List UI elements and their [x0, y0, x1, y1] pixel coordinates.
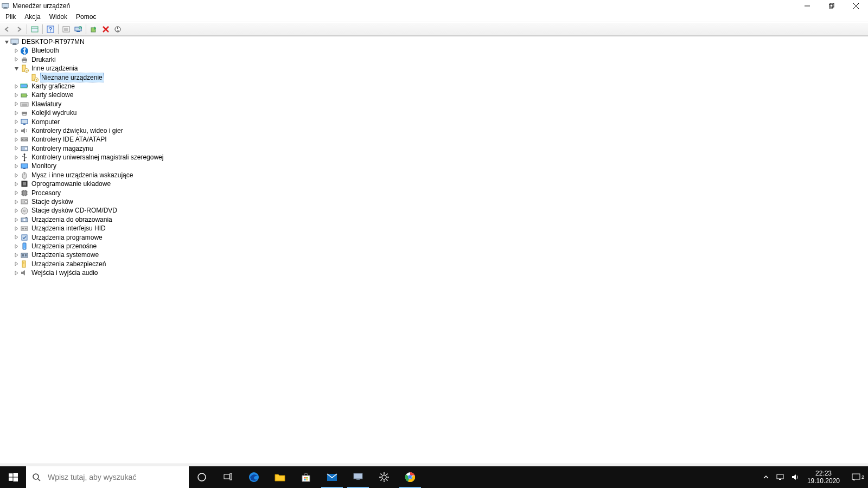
expand-icon[interactable] [13, 101, 20, 107]
expand-icon[interactable] [13, 145, 20, 152]
expand-icon[interactable] [13, 243, 20, 249]
taskbar-app-settings[interactable] [371, 466, 397, 488]
tree-category-firmware[interactable]: Oprogramowanie układowe [0, 179, 868, 188]
menu-help[interactable]: Pomoc [72, 12, 100, 21]
expand-icon[interactable] [13, 83, 20, 89]
taskbar-app-mail[interactable] [319, 466, 345, 488]
tree-category-security[interactable]: Urządzenia zabezpieczeń [0, 260, 868, 268]
expand-icon[interactable] [13, 252, 20, 259]
tree-item-label: Stacje dysków [30, 197, 74, 206]
start-button[interactable] [0, 466, 26, 488]
tree-category-usb[interactable]: Kontrolery uniwersalnej magistrali szere… [0, 153, 868, 162]
tree-category-other[interactable]: ?Inne urządzenia [0, 64, 868, 73]
back-button[interactable] [1, 23, 13, 35]
expand-icon[interactable] [13, 216, 20, 223]
expand-icon[interactable] [13, 208, 20, 214]
disable-device-button[interactable] [112, 23, 124, 35]
properties-button[interactable] [60, 23, 72, 35]
expand-icon[interactable] [13, 154, 20, 160]
expand-icon[interactable] [13, 92, 20, 99]
taskbar-search[interactable] [26, 466, 189, 488]
tree-category-bluetooth[interactable]: Bluetooth [0, 46, 868, 55]
taskbar-app-explorer[interactable] [267, 466, 293, 488]
expand-icon[interactable] [13, 127, 20, 134]
menu-action[interactable]: Akcja [20, 12, 44, 21]
update-driver-button[interactable] [88, 23, 100, 35]
expand-icon[interactable] [13, 181, 20, 187]
tray-network-button[interactable] [773, 466, 788, 488]
show-hide-tree-button[interactable] [29, 23, 41, 35]
expand-icon[interactable] [13, 163, 20, 170]
expand-icon[interactable] [13, 234, 20, 241]
svg-rect-94 [224, 474, 229, 479]
tree-category-printer[interactable]: Drukarki [0, 55, 868, 64]
svg-rect-83 [22, 254, 24, 256]
taskbar-app-store[interactable] [293, 466, 319, 488]
taskbar-app-device-manager[interactable] [345, 466, 371, 488]
tree-category-mouse[interactable]: Mysz i inne urządzenia wskazujące [0, 171, 868, 179]
tree-category-display-adapter[interactable]: Karty graficzne [0, 82, 868, 91]
svg-rect-4 [829, 4, 833, 8]
taskbar-app-edge[interactable] [241, 466, 267, 488]
tree-category-computer[interactable]: Komputer [0, 118, 868, 126]
tree-category-software[interactable]: Urządzenia programowe [0, 233, 868, 242]
tree-category-optical[interactable]: Stacje dysków CD-ROM/DVD [0, 206, 868, 215]
tree-category-keyboard[interactable]: Klawiatury [0, 100, 868, 108]
properties-icon [62, 25, 70, 33]
tree-item-label: Karty sieciowe [30, 91, 74, 99]
expand-icon[interactable] [13, 225, 20, 232]
expand-icon[interactable] [13, 198, 20, 205]
task-view-icon [223, 472, 233, 482]
cortana-button[interactable] [189, 466, 215, 488]
tree-category-hid[interactable]: Urządzenia interfejsu HID [0, 224, 868, 233]
close-button[interactable] [844, 0, 868, 12]
device-tree[interactable]: DESKTOP-RT977MNBluetoothDrukarki?Inne ur… [0, 36, 868, 464]
tray-overflow-button[interactable] [760, 466, 773, 488]
tree-category-imaging[interactable]: Urządzenia do obrazowania [0, 215, 868, 224]
separator [27, 24, 27, 34]
svg-point-86 [23, 262, 24, 264]
svg-point-81 [24, 248, 25, 249]
expand-icon[interactable] [13, 269, 20, 276]
toolbar: ? [0, 22, 868, 36]
scan-hardware-button[interactable] [72, 23, 84, 35]
help-toolbar-button[interactable]: ? [44, 23, 56, 35]
tree-category-print-queue[interactable]: Kolejki wydruku [0, 108, 868, 117]
tree-category-storage[interactable]: Kontrolery magazynu [0, 144, 868, 153]
expand-icon[interactable] [13, 190, 20, 196]
tree-category-system[interactable]: Urządzenia systemowe [0, 251, 868, 259]
maximize-button[interactable] [819, 0, 844, 12]
collapse-icon[interactable] [3, 38, 10, 45]
tray-notifications-button[interactable]: 2 [844, 472, 868, 482]
task-view-button[interactable] [215, 466, 241, 488]
expand-icon[interactable] [13, 56, 20, 63]
tree-category-processor[interactable]: Procesory [0, 189, 868, 197]
minimize-button[interactable] [795, 0, 819, 12]
expand-icon[interactable] [13, 261, 20, 267]
expand-icon[interactable] [13, 110, 20, 116]
tree-category-portable[interactable]: Urządzenia przenośne [0, 242, 868, 251]
taskbar-app-chrome[interactable] [397, 466, 423, 488]
collapse-icon[interactable] [13, 65, 20, 72]
tree-item-label: Komputer [30, 118, 61, 126]
tray-volume-button[interactable] [788, 466, 803, 488]
tree-category-audio-io[interactable]: Wejścia i wyjścia audio [0, 268, 868, 277]
menu-file[interactable]: Plik [1, 12, 20, 21]
processor-icon [20, 189, 29, 197]
tree-device-unknown[interactable]: ?Nieznane urządzenie [0, 73, 868, 82]
tree-root[interactable]: DESKTOP-RT977MN [0, 37, 868, 46]
expand-icon[interactable] [13, 172, 20, 178]
tray-clock[interactable]: 22:23 19.10.2020 [803, 470, 844, 485]
tree-category-monitor[interactable]: Monitory [0, 162, 868, 170]
expand-icon[interactable] [13, 119, 20, 125]
menu-view[interactable]: Widok [45, 12, 72, 21]
tree-category-network[interactable]: Karty sieciowe [0, 91, 868, 99]
expand-icon[interactable] [13, 48, 20, 54]
expand-icon[interactable] [13, 136, 20, 143]
forward-button[interactable] [13, 23, 25, 35]
uninstall-device-button[interactable] [100, 23, 112, 35]
tree-category-sound[interactable]: Kontrolery dźwięku, wideo i gier [0, 126, 868, 135]
tree-category-ide[interactable]: Kontrolery IDE ATA/ATAPI [0, 135, 868, 144]
search-input[interactable] [47, 472, 189, 482]
tree-category-disk[interactable]: Stacje dysków [0, 197, 868, 206]
